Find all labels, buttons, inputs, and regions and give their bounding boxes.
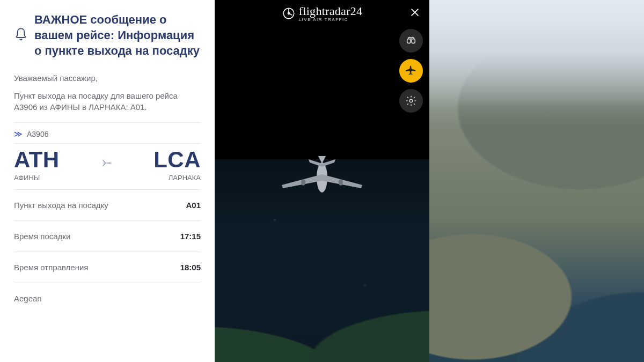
svg-point-6 [301, 179, 305, 186]
fr24-toolbar [399, 29, 423, 113]
notice-title: ВАЖНОЕ сообщение о вашем рейсе: Информац… [34, 12, 201, 58]
dest-city: ЛАРНАКА [169, 174, 201, 182]
destination: LCA ЛАРНАКА [153, 147, 201, 182]
plane-icon [405, 65, 417, 77]
airline-name: Aegean [14, 283, 201, 303]
flight-number-row: ≫ A3906 [14, 122, 201, 143]
chevrons-icon: ≫ [14, 129, 23, 139]
3d-aircraft-button[interactable] [399, 59, 423, 83]
svg-rect-3 [412, 39, 415, 43]
origin: ATH АФИНЫ [14, 147, 60, 182]
gear-icon [405, 95, 417, 107]
binoculars-icon [405, 35, 417, 47]
fr24-logo: flightradar24 LIVE AIR TRAFFIC [282, 4, 363, 22]
fr24-brand: flightradar24 [299, 4, 363, 18]
detail-row-departure: Время отправления 18:05 [14, 252, 201, 283]
origin-city: АФИНЫ [14, 174, 60, 182]
boarding-notice-panel: ВАЖНОЕ сообщение о вашем рейсе: Информац… [0, 0, 215, 362]
detail-label: Пункт выхода на посадку [14, 201, 108, 210]
detail-value: 18:05 [180, 263, 201, 272]
settings-button[interactable] [399, 89, 423, 113]
radar-icon [282, 6, 296, 20]
detail-row-boarding: Время посадки 17:15 [14, 220, 201, 252]
bell-icon [14, 27, 28, 43]
close-icon [409, 6, 421, 18]
route-row: ATH АФИНЫ LCA ЛАРНАКА [14, 143, 201, 189]
svg-rect-2 [407, 39, 411, 43]
detail-label: Время отправления [14, 263, 89, 272]
flight-number: A3906 [27, 130, 48, 138]
detail-row-gate: Пункт выхода на посадку A01 [14, 189, 201, 220]
body-text: Пункт выхода на посадку для вашего рейса… [14, 90, 201, 113]
plane-icon [100, 157, 112, 172]
close-button[interactable] [407, 4, 423, 20]
origin-code: ATH [14, 147, 60, 173]
svg-point-1 [288, 12, 289, 14]
detail-label: Время посадки [14, 232, 70, 241]
svg-point-7 [339, 179, 343, 186]
detail-value: 17:15 [180, 232, 201, 241]
flightradar-3d-panel: flightradar24 LIVE AIR TRAFFIC [215, 0, 429, 362]
ar-view-button[interactable] [399, 29, 423, 53]
fr24-header: flightradar24 LIVE AIR TRAFFIC [215, 2, 429, 22]
greeting-text: Уважаемый пассажир, [14, 72, 201, 84]
aircraft-3d-model [276, 156, 368, 199]
haze-overlay [429, 0, 644, 362]
title-row: ВАЖНОЕ сообщение о вашем рейсе: Информац… [14, 12, 201, 58]
svg-point-4 [409, 99, 413, 102]
aerial-photo [429, 0, 644, 362]
dest-code: LCA [153, 147, 201, 173]
detail-value: A01 [186, 201, 201, 210]
